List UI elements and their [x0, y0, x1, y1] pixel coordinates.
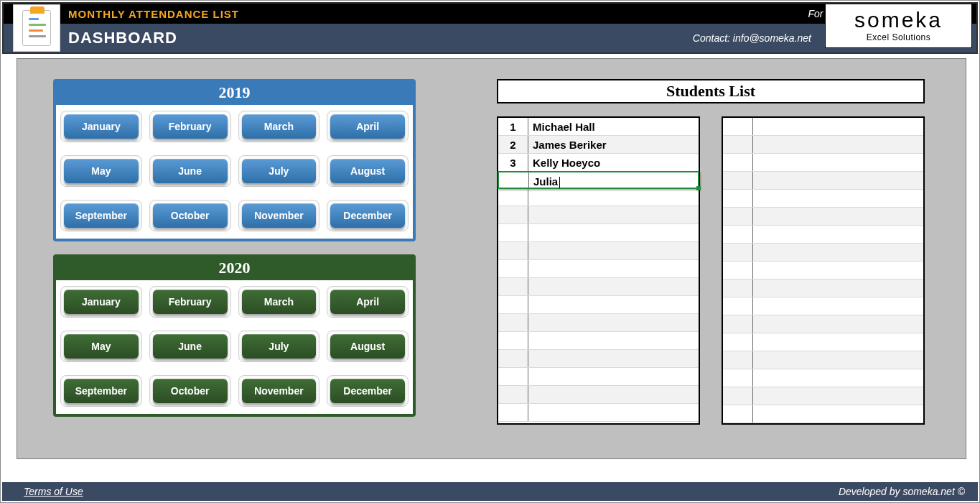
list-row[interactable] [498, 386, 699, 404]
list-row[interactable] [498, 188, 699, 206]
student-name[interactable] [753, 118, 923, 135]
list-row[interactable] [723, 172, 923, 190]
student-name[interactable] [528, 350, 699, 367]
student-name[interactable]: James Beriker [528, 136, 699, 153]
list-row[interactable] [723, 136, 923, 154]
row-number [723, 262, 753, 279]
students-col-1[interactable]: 1Michael Hall2James Beriker3Kelly Hoeyco… [497, 116, 700, 425]
student-name[interactable] [753, 315, 923, 333]
list-row[interactable] [498, 368, 699, 386]
list-row[interactable] [723, 333, 923, 351]
brand-name: someka [854, 9, 943, 31]
month-button-jun[interactable]: June [153, 334, 228, 359]
list-row[interactable] [723, 118, 923, 136]
student-name[interactable] [528, 278, 699, 295]
student-name[interactable] [753, 297, 923, 315]
student-name[interactable] [528, 296, 699, 313]
list-row[interactable]: 1Michael Hall [498, 118, 699, 136]
list-row[interactable]: Julia [498, 171, 699, 189]
student-name[interactable] [528, 224, 699, 241]
student-name[interactable] [753, 351, 923, 369]
student-name[interactable] [753, 226, 923, 243]
student-name[interactable] [753, 208, 923, 225]
list-row[interactable] [723, 262, 923, 280]
list-row[interactable] [498, 206, 699, 224]
student-name[interactable] [528, 386, 699, 403]
student-name[interactable] [753, 387, 923, 405]
month-button-may[interactable]: May [64, 159, 139, 183]
list-row[interactable] [498, 224, 699, 242]
month-button-jul[interactable]: July [242, 159, 317, 183]
list-row[interactable] [498, 242, 699, 260]
student-name[interactable] [753, 333, 923, 351]
list-row[interactable] [498, 332, 699, 350]
list-row[interactable] [498, 404, 699, 422]
list-row[interactable] [723, 387, 923, 405]
brand-logo[interactable]: someka Excel Solutions [825, 4, 972, 48]
student-name[interactable] [528, 368, 699, 385]
month-button-may[interactable]: May [64, 334, 139, 359]
list-row[interactable] [723, 244, 923, 262]
row-number [498, 350, 528, 367]
month-button-jan[interactable]: January [64, 114, 139, 139]
month-button-aug[interactable]: August [330, 159, 405, 183]
student-name[interactable] [753, 172, 923, 189]
student-name[interactable] [528, 404, 699, 421]
list-row[interactable] [723, 369, 923, 387]
month-button-mar[interactable]: March [242, 114, 317, 139]
month-button-oct[interactable]: October [153, 379, 228, 403]
contact-label[interactable]: Contact: info@someka.net [693, 32, 811, 44]
month-button-aug[interactable]: August [330, 334, 405, 359]
student-name[interactable] [753, 262, 923, 279]
student-name[interactable] [528, 206, 699, 223]
list-row[interactable] [723, 226, 923, 244]
month-button-apr[interactable]: April [330, 290, 405, 314]
student-name[interactable]: Julia [529, 172, 698, 188]
list-row[interactable] [723, 315, 923, 333]
student-name[interactable] [528, 314, 699, 331]
month-button-sep[interactable]: September [64, 379, 139, 403]
month-button-dec[interactable]: December [330, 203, 405, 228]
month-button-apr[interactable]: April [330, 114, 405, 139]
list-row[interactable] [498, 260, 699, 278]
student-name[interactable]: Kelly Hoeyco [528, 154, 699, 171]
list-row[interactable] [498, 314, 699, 332]
month-button-dec[interactable]: December [330, 379, 405, 403]
month-button-jan[interactable]: January [64, 290, 139, 314]
list-row[interactable] [723, 405, 923, 423]
list-row[interactable] [723, 351, 923, 369]
terms-link[interactable]: Terms of Use [24, 486, 83, 497]
list-row[interactable] [498, 296, 699, 314]
list-row[interactable] [723, 297, 923, 315]
list-row[interactable]: 3Kelly Hoeyco [498, 154, 699, 172]
student-name[interactable] [528, 242, 699, 259]
month-button-oct[interactable]: October [153, 203, 228, 228]
student-name[interactable] [753, 280, 923, 297]
student-name[interactable] [528, 188, 699, 206]
student-name[interactable] [753, 136, 923, 153]
students-col-2[interactable] [722, 116, 925, 425]
student-name[interactable] [528, 332, 699, 349]
student-name[interactable] [528, 260, 699, 277]
month-button-jul[interactable]: July [242, 334, 317, 359]
student-name[interactable]: Michael Hall [528, 118, 699, 135]
list-row[interactable] [498, 350, 699, 368]
month-button-mar[interactable]: March [242, 290, 317, 314]
student-name[interactable] [753, 190, 923, 207]
list-row[interactable] [498, 278, 699, 296]
month-button-sep[interactable]: September [64, 203, 139, 228]
month-button-nov[interactable]: November [242, 203, 317, 228]
list-row[interactable] [723, 154, 923, 172]
student-name[interactable] [753, 405, 923, 423]
list-row[interactable] [723, 190, 923, 208]
student-name[interactable] [753, 154, 923, 171]
month-button-nov[interactable]: November [242, 379, 317, 403]
month-button-feb[interactable]: February [153, 114, 228, 139]
month-button-feb[interactable]: February [153, 290, 228, 314]
student-name[interactable] [753, 369, 923, 387]
month-button-jun[interactable]: June [153, 159, 228, 183]
student-name[interactable] [753, 244, 923, 261]
list-row[interactable] [723, 208, 923, 226]
list-row[interactable]: 2James Beriker [498, 136, 699, 154]
list-row[interactable] [723, 280, 923, 297]
